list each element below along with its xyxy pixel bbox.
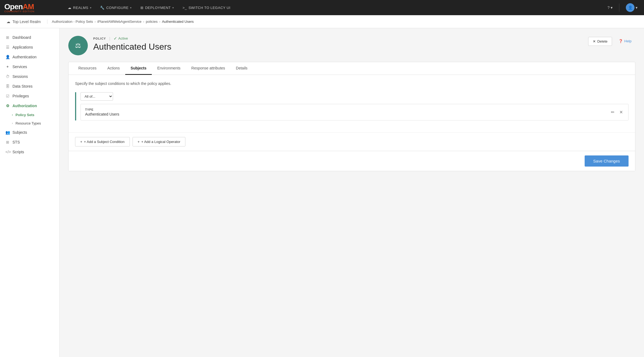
add-logical-operator-label: + Add a Logical Operator bbox=[141, 140, 180, 144]
sidebar-item-label: Services bbox=[12, 65, 27, 69]
save-bar: Save Changes bbox=[69, 151, 635, 171]
sidebar-item-label: Dashboard bbox=[12, 35, 31, 40]
panel-description: Specify the subject conditions to which … bbox=[75, 81, 629, 86]
scripts-icon: </> bbox=[5, 150, 10, 154]
policy-panel: Resources Actions Subjects Environments … bbox=[68, 62, 635, 171]
sidebar-item-label: Data Stores bbox=[12, 84, 33, 88]
applications-icon: ☰ bbox=[5, 45, 10, 49]
user-menu-button[interactable]: 👤 ▾ bbox=[624, 1, 640, 14]
condition-item: Type Authenticated Users ✏ ✕ bbox=[80, 104, 629, 120]
sidebar-item-subjects[interactable]: 👥 Subjects bbox=[0, 127, 59, 137]
sidebar-sub-item-policy-sets[interactable]: › Policy Sets bbox=[0, 111, 59, 119]
sidebar-item-privileges[interactable]: ☑ Privileges bbox=[0, 91, 59, 101]
chevron-down-icon: ▾ bbox=[636, 5, 637, 10]
sidebar-item-label: Authentication bbox=[12, 55, 37, 59]
policy-title-area: POLICY | ✓ Active Authenticated Users bbox=[93, 36, 583, 52]
policy-divider: | bbox=[109, 36, 110, 41]
delete-label: Delete bbox=[597, 39, 608, 43]
help-nav-button[interactable]: ? ▾ bbox=[605, 3, 615, 12]
sidebar: ⊞ Dashboard ☰ Applications 👤 Authenticat… bbox=[0, 28, 60, 357]
nav-right: ? ▾ 👤 ▾ bbox=[605, 1, 640, 14]
services-icon: ✦ bbox=[5, 65, 10, 69]
condition-operator: All of... Any of... bbox=[80, 92, 629, 101]
sidebar-item-label: Subjects bbox=[12, 130, 27, 135]
policy-icon: ⚖ bbox=[68, 36, 88, 55]
main-content: ⚖ POLICY | ✓ Active Authenticated Users … bbox=[60, 28, 644, 357]
nav-items: ☁ REALMS ▾ 🔧 CONFIGURE ▾ ⊞ DEPLOYMENT ▾ … bbox=[64, 4, 605, 12]
breadcrumb-separator: › bbox=[95, 20, 96, 24]
privileges-icon: ☑ bbox=[5, 94, 10, 98]
dashboard-icon: ⊞ bbox=[5, 35, 10, 40]
policy-label-row: POLICY | ✓ Active bbox=[93, 36, 583, 41]
nav-legacy[interactable]: >_ SWITCH TO LEGACY UI bbox=[179, 4, 234, 12]
status-dot-icon: ✓ bbox=[114, 36, 117, 41]
condition-item-actions: ✏ ✕ bbox=[610, 109, 624, 115]
status-label: Active bbox=[118, 36, 128, 40]
breadcrumb-service[interactable]: iPlanetAMWebAgentService bbox=[97, 20, 141, 24]
add-logical-operator-button[interactable]: + + Add a Logical Operator bbox=[133, 137, 186, 146]
sidebar-item-applications[interactable]: ☰ Applications bbox=[0, 42, 59, 52]
nav-configure-label: CONFIGURE bbox=[106, 6, 129, 10]
sidebar-item-label: Authorization bbox=[12, 104, 37, 108]
cloud-icon: ☁ bbox=[68, 6, 72, 10]
edit-condition-button[interactable]: ✏ bbox=[610, 109, 616, 115]
tab-response-attributes[interactable]: Response attributes bbox=[186, 62, 231, 75]
help-label: Help bbox=[624, 39, 632, 43]
chevron-right-icon: › bbox=[12, 122, 13, 125]
nav-deployment-label: DEPLOYMENT bbox=[145, 6, 171, 10]
tab-details[interactable]: Details bbox=[230, 62, 253, 75]
nav-configure[interactable]: 🔧 CONFIGURE ▾ bbox=[96, 4, 136, 12]
breadcrumb-policy-sets[interactable]: Authorization - Policy Sets bbox=[52, 20, 93, 24]
tabs: Resources Actions Subjects Environments … bbox=[69, 62, 635, 75]
nav-realms[interactable]: ☁ REALMS ▾ bbox=[64, 4, 95, 12]
operator-select[interactable]: All of... Any of... bbox=[80, 92, 113, 101]
breadcrumb-policies[interactable]: policies bbox=[146, 20, 157, 24]
sidebar-item-sessions[interactable]: ⏱ Sessions bbox=[0, 72, 59, 81]
question-icon: ? bbox=[607, 5, 610, 10]
sidebar-item-label: Applications bbox=[12, 45, 33, 49]
sidebar-item-label: Scripts bbox=[12, 150, 24, 154]
add-subject-condition-label: + Add a Subject Condition bbox=[84, 140, 125, 144]
nav-deployment[interactable]: ⊞ DEPLOYMENT ▾ bbox=[137, 4, 178, 12]
plus-icon: + bbox=[138, 140, 140, 144]
authorization-icon: ⚙ bbox=[5, 104, 10, 108]
sidebar-item-sts[interactable]: ⊞ STS bbox=[0, 137, 59, 147]
chevron-down-icon: ▾ bbox=[130, 6, 132, 9]
sidebar-item-data-stores[interactable]: 🗄 Data Stores bbox=[0, 81, 59, 91]
breadcrumb: ☁ Top Level Realm Authorization - Policy… bbox=[0, 15, 644, 28]
sidebar-item-dashboard[interactable]: ⊞ Dashboard bbox=[0, 33, 59, 42]
save-changes-button[interactable]: Save Changes bbox=[585, 155, 629, 167]
delete-button[interactable]: ✕ Delete bbox=[588, 37, 612, 46]
sidebar-sub-item-label: Policy Sets bbox=[15, 113, 34, 117]
realm-selector[interactable]: ☁ Top Level Realm bbox=[7, 20, 47, 24]
add-subject-condition-button[interactable]: + + Add a Subject Condition bbox=[75, 137, 130, 146]
chevron-right-icon: › bbox=[12, 113, 13, 116]
sidebar-item-services[interactable]: ✦ Services bbox=[0, 62, 59, 72]
remove-condition-button[interactable]: ✕ bbox=[618, 109, 624, 115]
policy-title: Authenticated Users bbox=[93, 42, 583, 52]
subjects-icon: 👥 bbox=[5, 130, 10, 135]
sessions-icon: ⏱ bbox=[5, 74, 10, 79]
realm-label: Top Level Realm bbox=[12, 20, 41, 24]
help-button[interactable]: ❓ Help bbox=[615, 37, 635, 45]
sidebar-item-scripts[interactable]: </> Scripts bbox=[0, 147, 59, 157]
grid-icon: ⊞ bbox=[140, 6, 144, 10]
logo-open: Open bbox=[4, 2, 23, 11]
tab-subjects[interactable]: Subjects bbox=[125, 62, 152, 75]
condition-type-value: Authenticated Users bbox=[85, 112, 119, 116]
sidebar-item-authentication[interactable]: 👤 Authentication bbox=[0, 52, 59, 62]
tab-environments[interactable]: Environments bbox=[152, 62, 186, 75]
logo-subtitle: COMMUNITY EDITION bbox=[4, 10, 34, 13]
svg-text:⚖: ⚖ bbox=[75, 42, 81, 49]
sidebar-item-authorization[interactable]: ⚙ Authorization bbox=[0, 101, 59, 111]
breadcrumb-separator: › bbox=[159, 20, 160, 24]
sts-icon: ⊞ bbox=[5, 140, 10, 144]
policy-status: ✓ Active bbox=[114, 36, 128, 41]
sidebar-sub-item-resource-types[interactable]: › Resource Types bbox=[0, 119, 59, 127]
button-row: + + Add a Subject Condition + + Add a Lo… bbox=[69, 132, 635, 151]
terminal-icon: >_ bbox=[183, 6, 187, 10]
tab-resources[interactable]: Resources bbox=[73, 62, 102, 75]
tab-actions[interactable]: Actions bbox=[102, 62, 125, 75]
nav-realms-label: REALMS bbox=[73, 6, 88, 10]
condition-container: All of... Any of... Type Authenticated U… bbox=[75, 92, 629, 120]
